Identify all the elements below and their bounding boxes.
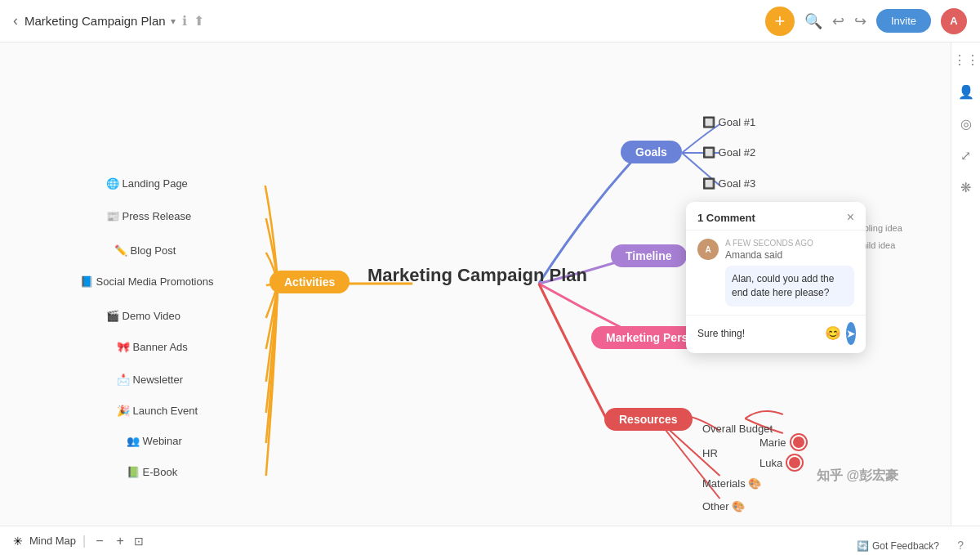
invite-button[interactable]: Invite bbox=[876, 9, 931, 33]
comment-panel: 1 Comment × A A FEW SECONDS AGO Amanda s… bbox=[686, 202, 866, 353]
undo-icon[interactable]: ↩ bbox=[832, 12, 844, 30]
topbar-left: ‹ Marketing Campaign Plan ▾ ℹ ⬆ bbox=[13, 12, 204, 29]
comment-body: A A FEW SECONDS AGO Amanda said Alan, co… bbox=[686, 231, 866, 315]
press-release-node: 📰 Press Release bbox=[106, 208, 191, 223]
comment-reply-input[interactable] bbox=[697, 328, 820, 339]
grid-icon[interactable]: ⋮⋮ bbox=[953, 52, 979, 68]
timeline-node[interactable]: Timeline bbox=[611, 244, 687, 267]
hr-node: HR bbox=[702, 445, 718, 460]
help-button[interactable]: ? bbox=[957, 539, 964, 552]
comment-author: Amanda said bbox=[725, 249, 854, 261]
title-area: Marketing Campaign Plan ▾ bbox=[24, 14, 176, 28]
newsletter-node: 📩 Newsletter bbox=[117, 372, 183, 387]
divider: | bbox=[82, 534, 86, 548]
goal3-node: 🔲 Goal #3 bbox=[702, 176, 755, 190]
blog-post-node: ✏️ Blog Post bbox=[114, 243, 176, 257]
topbar: ‹ Marketing Campaign Plan ▾ ℹ ⬆ + 🔍 ↩ ↪ … bbox=[0, 0, 980, 43]
emoji-button[interactable]: 😊 bbox=[825, 325, 841, 341]
overall-budget-node: Overall Budget bbox=[702, 421, 773, 436]
luka-node: Luka bbox=[760, 455, 802, 470]
canvas[interactable]: Marketing Campaign Plan Activities 🌐 Lan… bbox=[0, 43, 980, 526]
ebook-node: 📗 E-Book bbox=[127, 464, 177, 479]
fit-screen-button[interactable]: ⊡ bbox=[134, 535, 144, 548]
zoom-in-button[interactable]: + bbox=[114, 532, 127, 550]
goal1-node: 🔲 Goal #1 bbox=[702, 114, 755, 129]
user-search-icon[interactable]: 👤 bbox=[958, 84, 974, 100]
title-chevron-icon[interactable]: ▾ bbox=[171, 16, 176, 27]
connections-icon[interactable]: ⤢ bbox=[960, 148, 971, 163]
mindmap-icon: ✳ bbox=[13, 535, 23, 548]
comment-text: Alan, could you add the end date here pl… bbox=[725, 266, 854, 307]
goals-pill[interactable]: Goals bbox=[621, 141, 682, 163]
materials-node: Materials 🎨 bbox=[702, 476, 761, 490]
avatar: A bbox=[941, 8, 967, 34]
resources-node[interactable]: Resources bbox=[604, 408, 693, 431]
back-button[interactable]: ‹ bbox=[13, 12, 18, 29]
bottombar: ✳ Mind Map | − + ⊡ bbox=[0, 526, 980, 555]
mindmap-label: Mind Map bbox=[29, 535, 76, 547]
activities-pill[interactable]: Activities bbox=[270, 271, 350, 293]
add-button[interactable]: + bbox=[765, 7, 795, 36]
banner-ads-node: 🎀 Banner Ads bbox=[117, 339, 188, 354]
feedback-button[interactable]: 🔄 Got Feedback? bbox=[857, 540, 939, 552]
comment-count-label: 1 Comment bbox=[697, 212, 755, 224]
close-comment-button[interactable]: × bbox=[847, 210, 854, 225]
watermark: 知乎 @彭宏豪 bbox=[817, 468, 898, 485]
send-comment-button[interactable]: ➤ bbox=[846, 322, 856, 345]
info-icon[interactable]: ℹ bbox=[182, 13, 187, 29]
social-media-node: 📘 Social Media Promotions bbox=[80, 274, 213, 289]
landing-page-node: 🌐 Landing Page bbox=[106, 176, 188, 190]
center-label: Marketing Campaign Plan bbox=[368, 265, 587, 285]
demo-video-node: 🎬 Demo Video bbox=[106, 308, 180, 323]
search-icon[interactable]: 🔍 bbox=[804, 12, 822, 30]
feedback-label: Got Feedback? bbox=[872, 540, 939, 552]
launch-event-node: 🎉 Launch Event bbox=[117, 403, 198, 418]
page-title: Marketing Campaign Plan bbox=[24, 14, 166, 28]
comment-header: 1 Comment × bbox=[686, 202, 866, 231]
zoom-out-button[interactable]: − bbox=[92, 532, 106, 550]
commenter-avatar: A bbox=[697, 239, 719, 260]
timeline-pill[interactable]: Timeline bbox=[611, 244, 687, 267]
marie-node: Marie bbox=[760, 435, 806, 450]
redo-icon[interactable]: ↪ bbox=[854, 12, 866, 30]
resources-pill[interactable]: Resources bbox=[604, 408, 693, 431]
cloud-icon[interactable]: ⬆ bbox=[194, 13, 204, 29]
goals-node[interactable]: Goals bbox=[621, 141, 682, 163]
goal2-node: 🔲 Goal #2 bbox=[702, 145, 755, 159]
topbar-right: + 🔍 ↩ ↪ Invite A bbox=[765, 7, 967, 36]
other-node: Other 🎨 bbox=[702, 499, 745, 513]
webinar-node: 👥 Webinar bbox=[127, 433, 182, 448]
activities-node[interactable]: Activities bbox=[270, 271, 350, 293]
feedback-icon: 🔄 bbox=[857, 540, 869, 552]
comment-timestamp: A FEW SECONDS AGO bbox=[725, 239, 854, 248]
apps-icon[interactable]: ❋ bbox=[960, 180, 971, 195]
center-node[interactable]: Marketing Campaign Plan bbox=[368, 265, 587, 286]
comment-input-area[interactable]: 😊 ➤ bbox=[686, 315, 866, 353]
right-sidebar: ⋮⋮ 👤 ◎ ⤢ ❋ bbox=[951, 43, 980, 526]
target-icon[interactable]: ◎ bbox=[960, 116, 972, 132]
